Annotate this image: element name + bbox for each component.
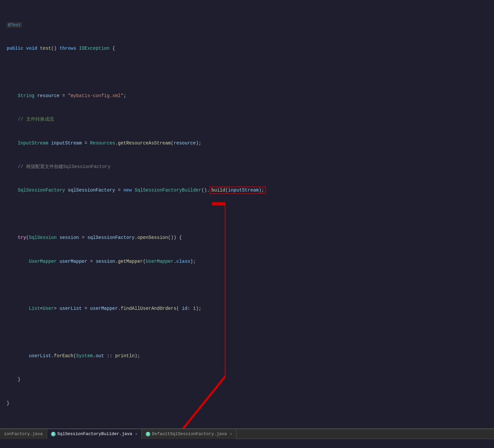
tab-defaultsqlsessionfactory-label: DefaultSqlSessionFactory.java — [152, 431, 227, 436]
tab-close-2[interactable]: ✕ — [230, 432, 232, 436]
tab-sqlsessionfactorybuilder[interactable]: C SqlSessionFactoryBuilder.java ✕ — [47, 429, 142, 439]
tab-defaultsqlsessionfactory[interactable]: C DefaultSqlSessionFactory.java ✕ — [142, 429, 236, 439]
page-wrapper: @Test public void test() throws IOExcept… — [0, 0, 494, 448]
tab-close-1[interactable]: ✕ — [135, 432, 137, 436]
bottom-code-block: public SqlSessionFactory build(Reader re… — [0, 442, 494, 448]
tab-bar: ionFactory.java C SqlSessionFactoryBuild… — [0, 429, 494, 439]
tab-ionfactory-label: ionFactory.java — [4, 431, 43, 436]
tab-icon-c1: C — [51, 432, 56, 436]
code-section-top: @Test public void test() throws IOExcept… — [0, 0, 494, 429]
annotation-test: @Test — [7, 22, 22, 28]
code-section-bottom: public SqlSessionFactory build(Reader re… — [0, 439, 494, 448]
tab-ionfactory[interactable]: ionFactory.java — [0, 429, 47, 439]
top-code-block: @Test public void test() throws IOExcept… — [0, 3, 494, 425]
tab-icon-c2: C — [146, 432, 150, 436]
tab-sqlsessionfactorybuilder-label: SqlSessionFactoryBuilder.java — [57, 431, 132, 436]
